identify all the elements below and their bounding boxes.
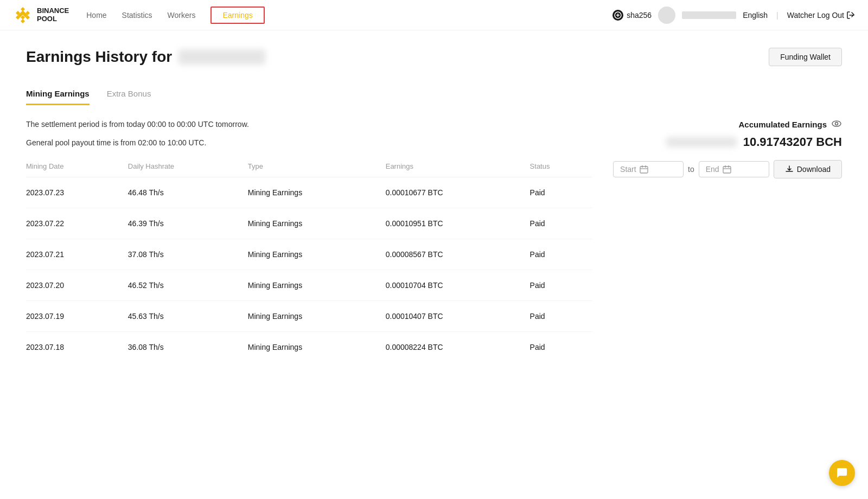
col-status: Status: [530, 156, 592, 177]
cell-status: Paid: [530, 177, 592, 208]
accumulated-value-row: 10.91743207 BCH: [614, 135, 842, 149]
cell-date: 2023.07.20: [26, 270, 128, 300]
accumulated-amount: 10.91743207 BCH: [743, 135, 842, 149]
hash-algo-icon: [612, 10, 623, 21]
watcher-logout-btn[interactable]: Watcher Log Out: [787, 11, 855, 20]
svg-point-11: [832, 121, 841, 126]
calendar-end-icon: [723, 165, 731, 174]
accumulated-blur: [666, 137, 737, 147]
svg-rect-13: [640, 167, 648, 173]
language-selector[interactable]: English: [743, 11, 768, 20]
nav-item-home[interactable]: Home: [86, 9, 106, 22]
right-panel: Accumulated Earnings 10.91743207 BCH: [614, 118, 842, 362]
lang-divider: |: [776, 11, 778, 20]
eye-icon[interactable]: [831, 118, 842, 131]
user-avatar: [658, 7, 675, 24]
cell-type: Mining Earnings: [248, 239, 386, 270]
logo[interactable]: BINANCE POOL: [13, 5, 69, 25]
page-header: Earnings History for Funding Wallet: [26, 48, 842, 66]
cell-status: Paid: [530, 239, 592, 270]
date-to-label: to: [688, 165, 694, 174]
cell-date: 2023.07.19: [26, 300, 128, 331]
cell-hashrate: 45.63 Th/s: [128, 300, 248, 331]
svg-point-12: [835, 123, 838, 125]
svg-rect-17: [723, 167, 731, 173]
table-row: 2023.07.20 46.52 Th/s Mining Earnings 0.…: [26, 270, 592, 300]
username-blur: [178, 49, 265, 65]
left-panel: The settlement period is from today 00:0…: [26, 118, 592, 362]
cell-earnings: 0.00010704 BTC: [386, 270, 530, 300]
cell-status: Paid: [530, 331, 592, 362]
cell-status: Paid: [530, 270, 592, 300]
end-date-input[interactable]: End: [699, 161, 769, 177]
cell-earnings: 0.00010407 BTC: [386, 300, 530, 331]
cell-type: Mining Earnings: [248, 177, 386, 208]
cell-earnings: 0.00008567 BTC: [386, 239, 530, 270]
cell-hashrate: 46.48 Th/s: [128, 177, 248, 208]
cell-status: Paid: [530, 208, 592, 239]
content-layout: The settlement period is from today 00:0…: [26, 118, 842, 362]
cell-date: 2023.07.23: [26, 177, 128, 208]
logo-text: BINANCE POOL: [37, 7, 69, 23]
download-icon: [785, 165, 794, 174]
main-nav: Home Statistics Workers Earnings: [86, 7, 612, 24]
settlement-text: The settlement period is from today 00:0…: [26, 118, 592, 130]
main-content: Earnings History for Funding Wallet Mini…: [0, 30, 868, 380]
page-title: Earnings History for: [26, 48, 265, 66]
cell-type: Mining Earnings: [248, 331, 386, 362]
hash-algo-label: sha256: [627, 11, 652, 20]
binance-logo-icon: [13, 5, 33, 25]
header-right: sha256 English | Watcher Log Out: [612, 7, 855, 24]
cell-date: 2023.07.18: [26, 331, 128, 362]
accumulated-label: Accumulated Earnings: [614, 118, 842, 131]
nav-item-workers[interactable]: Workers: [168, 9, 196, 22]
tab-extra-bonus[interactable]: Extra Bonus: [107, 84, 151, 105]
user-name-blur: [682, 11, 736, 19]
col-earnings: Earnings: [386, 156, 530, 177]
table-row: 2023.07.22 46.39 Th/s Mining Earnings 0.…: [26, 208, 592, 239]
cell-earnings: 0.00010677 BTC: [386, 177, 530, 208]
earnings-tabs: Mining Earnings Extra Bonus: [26, 84, 842, 105]
start-date-input[interactable]: Start: [613, 161, 684, 177]
cell-hashrate: 46.39 Th/s: [128, 208, 248, 239]
table-row: 2023.07.19 45.63 Th/s Mining Earnings 0.…: [26, 300, 592, 331]
cell-hashrate: 46.52 Th/s: [128, 270, 248, 300]
col-type: Type: [248, 156, 386, 177]
payout-text: General pool payout time is from 02:00 t…: [26, 137, 592, 149]
cell-type: Mining Earnings: [248, 270, 386, 300]
funding-wallet-button[interactable]: Funding Wallet: [769, 48, 842, 66]
cell-date: 2023.07.21: [26, 239, 128, 270]
date-filter: Start to End: [614, 160, 842, 178]
table-row: 2023.07.23 46.48 Th/s Mining Earnings 0.…: [26, 177, 592, 208]
cell-hashrate: 37.08 Th/s: [128, 239, 248, 270]
svg-marker-6: [21, 19, 25, 23]
tab-mining-earnings[interactable]: Mining Earnings: [26, 84, 90, 105]
earnings-table: Mining Date Daily Hashrate Type Earnings…: [26, 156, 592, 362]
cell-earnings: 0.00010951 BTC: [386, 208, 530, 239]
logout-icon: [846, 11, 855, 20]
cell-earnings: 0.00008224 BTC: [386, 331, 530, 362]
col-mining-date: Mining Date: [26, 156, 128, 177]
cell-status: Paid: [530, 300, 592, 331]
col-daily-hashrate: Daily Hashrate: [128, 156, 248, 177]
nav-item-statistics[interactable]: Statistics: [122, 9, 152, 22]
download-button[interactable]: Download: [774, 160, 842, 178]
calendar-start-icon: [640, 165, 648, 174]
cell-hashrate: 36.08 Th/s: [128, 331, 248, 362]
accumulated-section: Accumulated Earnings 10.91743207 BCH: [614, 118, 842, 149]
cell-type: Mining Earnings: [248, 300, 386, 331]
cell-date: 2023.07.22: [26, 208, 128, 239]
cell-type: Mining Earnings: [248, 208, 386, 239]
hash-algo: sha256: [612, 10, 652, 21]
table-row: 2023.07.18 36.08 Th/s Mining Earnings 0.…: [26, 331, 592, 362]
nav-item-earnings[interactable]: Earnings: [210, 7, 264, 24]
table-row: 2023.07.21 37.08 Th/s Mining Earnings 0.…: [26, 239, 592, 270]
